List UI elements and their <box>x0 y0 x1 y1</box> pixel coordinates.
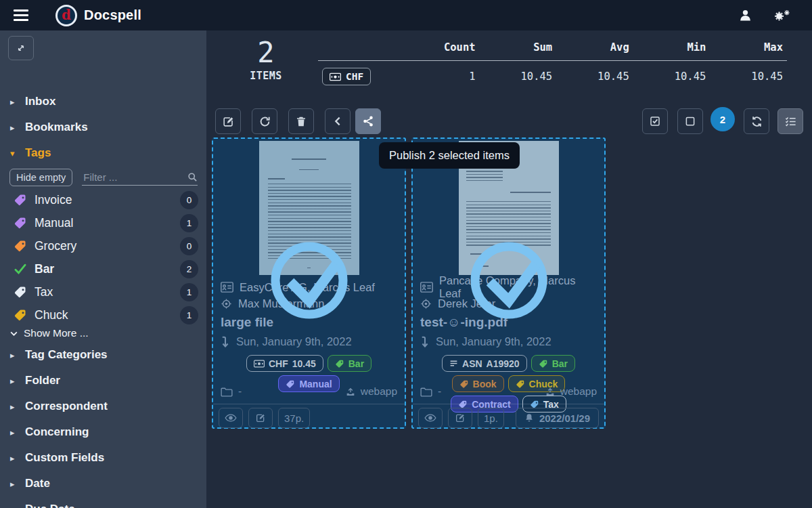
tag-count-badge: 0 <box>180 191 198 209</box>
eye-icon <box>424 413 436 423</box>
item-title: large file <box>221 315 397 330</box>
folder-source-line: - webapp <box>420 385 597 398</box>
item-card[interactable]: Pancake Company, Marcus Leaf Derek Jeter… <box>411 137 606 429</box>
tag-icon <box>539 359 548 368</box>
sidebar-item-inbox[interactable]: Inbox <box>0 90 206 113</box>
delete-selected-button[interactable] <box>288 108 314 134</box>
page-count-badge: 1p. <box>478 408 504 428</box>
tag-row-grocery[interactable]: Grocery 0 <box>0 235 206 257</box>
caret-right-icon <box>10 479 25 489</box>
view-item-button[interactable] <box>418 408 443 428</box>
angle-left-icon <box>332 116 343 127</box>
edit-item-button[interactable] <box>448 408 472 428</box>
redo-icon <box>258 115 271 128</box>
sync-icon <box>750 115 763 128</box>
currency-stats-table: Count Sum Avg Min Max CHF 1 10.45 10.45 … <box>318 37 787 89</box>
sidebar-item-correspondent[interactable]: Correspondent <box>0 395 206 418</box>
hide-empty-button[interactable]: Hide empty <box>9 169 72 186</box>
check-icon <box>14 262 27 276</box>
select-all-button[interactable] <box>642 108 668 134</box>
page-thumbnail <box>259 141 359 275</box>
sidebar-item-date[interactable]: Date <box>0 472 206 495</box>
sidebar-item-tag-categories[interactable]: Tag Categories <box>0 343 206 366</box>
tag-row-chuck[interactable]: Chuck 1 <box>0 304 206 326</box>
checkbox-checked-icon <box>649 115 661 127</box>
deselect-all-button[interactable] <box>677 108 703 134</box>
gear-icon[interactable] <box>773 8 790 23</box>
folder-value: - <box>238 385 242 398</box>
chevron-down-icon <box>9 329 18 338</box>
expand-sidebar-button[interactable] <box>8 36 34 60</box>
sidebar-item-folder[interactable]: Folder <box>0 369 206 392</box>
tag-row-invoice[interactable]: Invoice 0 <box>0 189 206 211</box>
arrow-down-icon <box>221 336 230 347</box>
id-card-icon <box>221 282 233 293</box>
square-icon <box>684 115 696 127</box>
item-count-summary: 2 ITEMS <box>239 37 293 82</box>
tag-row-manual[interactable]: Manual 1 <box>0 212 206 234</box>
correspondent-line: Pancake Company, Marcus Leaf <box>420 279 597 295</box>
app-brand[interactable]: d Docspell <box>55 5 141 26</box>
publish-tooltip: Publish 2 selected items <box>379 142 520 169</box>
document-preview <box>213 139 405 275</box>
id-card-icon <box>420 282 433 293</box>
selected-count-badge: 2 <box>710 107 735 131</box>
user-icon[interactable] <box>738 8 752 22</box>
edit-icon <box>255 412 266 423</box>
sidebar-item-bookmarks[interactable]: Bookmarks <box>0 116 206 139</box>
caret-right-icon <box>10 376 25 386</box>
tag-count-badge: 0 <box>180 237 198 255</box>
source-value: webapp <box>361 385 397 398</box>
currency-badge: CHF <box>322 68 371 85</box>
share-icon <box>362 115 374 127</box>
tag-badge: Bar <box>531 355 575 372</box>
edit-icon <box>222 115 235 128</box>
list-check-icon <box>784 115 797 128</box>
select-mode-button[interactable] <box>777 108 803 134</box>
money-badge: CHF10.45 <box>246 355 323 372</box>
item-title: test-☺-ing.pdf <box>420 315 597 330</box>
sidebar-item-tags[interactable]: Tags <box>0 142 206 165</box>
sidebar-item-custom-fields[interactable]: Custom Fields <box>0 446 206 469</box>
refresh-button[interactable] <box>744 108 769 134</box>
item-count: 2 <box>239 37 293 68</box>
edit-selected-button[interactable] <box>215 108 241 134</box>
money-icon <box>254 360 265 368</box>
menu-icon[interactable] <box>14 9 31 21</box>
item-date-line: Sun, January 9th, 2022 <box>420 333 597 350</box>
top-navbar: d Docspell <box>0 0 812 30</box>
caret-right-icon <box>10 505 25 508</box>
edit-icon <box>455 412 466 423</box>
tag-row-bar-selected[interactable]: Bar 2 <box>0 258 206 280</box>
tag-icon <box>14 285 27 299</box>
due-date-badge: 2022/01/29 <box>516 408 599 428</box>
view-item-button[interactable] <box>219 408 243 428</box>
caret-right-icon <box>10 427 25 438</box>
upload-icon <box>345 386 356 397</box>
tag-row-tax[interactable]: Tax 1 <box>0 281 206 303</box>
tag-filter-input[interactable] <box>82 169 198 186</box>
eye-icon <box>225 413 237 423</box>
item-card[interactable]: EasyCare AG, Marcus Leaf Max Mustermann … <box>212 137 406 429</box>
tag-count-badge: 1 <box>180 214 198 232</box>
sidebar-item-concerning[interactable]: Concerning <box>0 421 206 444</box>
sidebar-item-due-date[interactable]: Due Date <box>0 498 206 508</box>
edit-item-button[interactable] <box>248 408 273 428</box>
publish-selected-button[interactable] <box>355 108 381 134</box>
asn-badge: ASNA19920 <box>442 355 527 372</box>
tag-icon <box>14 216 27 230</box>
move-prev-button[interactable] <box>325 108 351 134</box>
folder-icon <box>420 387 432 397</box>
source-value: webapp <box>560 385 597 398</box>
search-icon <box>187 172 198 182</box>
show-more-tags[interactable]: Show More ... <box>9 327 89 339</box>
folder-icon <box>221 387 233 397</box>
caret-right-icon <box>10 123 25 133</box>
reload-button[interactable] <box>252 108 277 134</box>
caret-right-icon <box>10 97 25 107</box>
folder-source-line: - webapp <box>221 385 397 398</box>
caret-right-icon <box>10 402 25 412</box>
results-area: 2 ITEMS Count Sum Avg Min Max CHF 1 10.4… <box>206 30 812 508</box>
crosshairs-icon <box>221 298 232 310</box>
arrow-down-icon <box>420 336 430 347</box>
